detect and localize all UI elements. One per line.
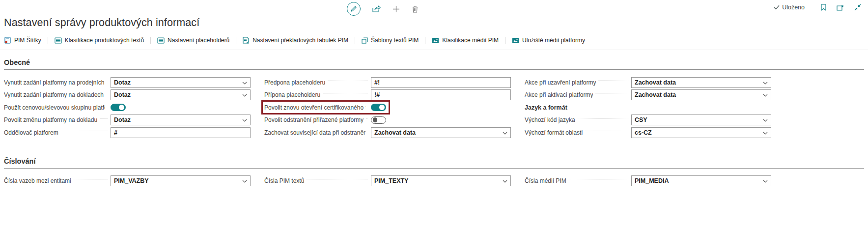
keep-related-data-select[interactable]: Zachovat data — [371, 127, 511, 138]
default-region-format-select[interactable]: cs-CZ — [631, 127, 771, 138]
action-bar: PIM Štítky Klasifikace produktových text… — [4, 35, 868, 46]
chevron-down-icon — [763, 132, 768, 135]
force-platform-transfer-docs-select[interactable]: Dotaz — [111, 89, 251, 100]
field-placeholder-suffix: Přípona placeholderu !# — [264, 89, 511, 102]
field-action-on-platform-close: Akce při uzavření platformy Zachovat dat… — [525, 76, 771, 89]
collapse-arrows-icon — [854, 4, 861, 11]
field-allow-reopen-certified-text: Povolit znovu otevření certifikovaného t… — [264, 101, 511, 114]
action-product-text-classification[interactable]: Klasifikace produktových textů — [48, 37, 150, 44]
page-title: Nastavení správy produktových informací — [0, 17, 868, 29]
collapse-button[interactable] — [854, 4, 861, 11]
field-default-language-code: Výchozí kód jazyka CSY — [525, 114, 771, 127]
field-placeholder-prefix: Předpona placeholderu #! — [264, 76, 511, 89]
toolbar-divider — [0, 50, 868, 50]
default-language-code-select[interactable]: CSY — [631, 114, 771, 125]
placeholder-suffix-input[interactable]: !# — [371, 89, 511, 100]
general-column-1: Vynutit zadání platformy na prodejních d… — [4, 76, 251, 139]
chevron-down-icon — [763, 119, 768, 122]
list-icon — [157, 37, 165, 44]
save-status: Uloženo — [774, 4, 805, 11]
general-column-2: Předpona placeholderu #! Přípona placeho… — [264, 76, 511, 139]
field-allow-remove-assigned-platform: Povolit odstranění přiřazené platformy — [264, 114, 511, 127]
check-icon — [774, 5, 780, 10]
action-pim-media-classification[interactable]: Klasifikace médií PIM — [425, 37, 505, 44]
chevron-down-icon — [503, 180, 507, 183]
field-keep-related-data: Zachovat související data při odstranění… — [264, 126, 511, 139]
general-column-3: Akce při uzavření platformy Zachovat dat… — [525, 76, 771, 139]
field-action-on-platform-activation: Akce při aktivaci platformy Zachovat dat… — [525, 89, 771, 102]
numbering-column-3: Čísla médií PIM PIM_MEDIA — [525, 175, 771, 188]
plus-icon — [392, 5, 400, 13]
field-force-platform-transfer-docs: Vynutit zadání platformy na dokladech tr… — [4, 89, 251, 102]
chevron-down-icon — [763, 94, 768, 97]
section-general-title[interactable]: Obecné — [4, 58, 864, 70]
chevron-down-icon — [242, 82, 247, 85]
translation-table-icon — [243, 37, 250, 44]
bookmark-button[interactable] — [821, 4, 826, 11]
edit-button[interactable] — [347, 2, 361, 16]
delete-button[interactable] — [412, 5, 419, 13]
force-platform-sales-docs-select[interactable]: Dotaz — [111, 77, 251, 88]
popout-window-icon — [837, 4, 844, 11]
open-in-new-window-button[interactable] — [837, 4, 844, 11]
field-pim-text-nos: Čísla PIM textů PIM_TEXTY — [264, 175, 511, 188]
allow-reopen-certified-text-toggle[interactable] — [371, 104, 386, 111]
use-platform-price-group-toggle[interactable] — [111, 104, 126, 111]
trash-icon — [412, 5, 419, 13]
platform-separator-input[interactable]: # — [111, 127, 251, 138]
section-numbering-title[interactable]: Číslování — [4, 157, 864, 169]
save-status-label: Uloženo — [782, 4, 805, 11]
action-pim-text-templates[interactable]: Šablony textů PIM — [355, 37, 425, 44]
field-force-platform-sales-docs: Vynutit zadání platformy na prodejních d… — [4, 76, 251, 89]
action-pim-labels[interactable]: PIM Štítky — [4, 37, 48, 44]
field-platform-separator: Oddělovač platforem # — [4, 126, 251, 139]
template-icon — [362, 37, 368, 44]
pencil-icon — [350, 5, 357, 12]
action-placeholder-setup[interactable]: Nastavení placeholderů — [151, 37, 236, 44]
section-numbering: Číslování Čísla vazeb mezi entitami PIM_… — [4, 157, 864, 188]
chevron-down-icon — [503, 132, 507, 135]
allow-platform-change-select[interactable]: Dotaz — [111, 114, 251, 125]
allow-remove-assigned-platform-toggle[interactable] — [371, 116, 386, 124]
action-on-platform-activation-select[interactable]: Zachovat data — [631, 89, 771, 100]
bookmark-icon — [821, 4, 826, 11]
tag-report-icon — [4, 37, 11, 44]
numbering-column-1: Čísla vazeb mezi entitami PIM_VAZBY — [4, 175, 251, 188]
language-format-subheading: Jazyk a formát — [525, 101, 771, 114]
action-pim-translation-tables[interactable]: Nastavení překladových tabulek PIM — [236, 37, 355, 44]
field-allow-platform-change: Povolit změnu platformy na dokladu Dotaz — [4, 114, 251, 127]
numbering-column-2: Čísla PIM textů PIM_TEXTY — [264, 175, 511, 188]
chevron-down-icon — [763, 82, 768, 85]
share-button[interactable] — [372, 5, 381, 13]
top-toolbar: Uloženo — [0, 0, 868, 18]
action-on-platform-close-select[interactable]: Zachovat data — [631, 77, 771, 88]
chevron-down-icon — [242, 119, 247, 122]
action-platform-media-storage[interactable]: Uložiště médií platformy — [505, 37, 591, 44]
field-use-platform-price-group: Použít cenovou/slevovou skupinu platform… — [4, 101, 251, 114]
chevron-down-icon — [763, 180, 768, 183]
chevron-down-icon — [242, 94, 247, 97]
pim-text-nos-select[interactable]: PIM_TEXTY — [371, 175, 511, 186]
list-icon — [55, 37, 62, 44]
section-general: Obecné Vynutit zadání platformy na prode… — [4, 58, 864, 139]
placeholder-prefix-input[interactable]: #! — [371, 77, 511, 88]
share-icon — [372, 5, 381, 13]
image-icon — [512, 37, 519, 44]
pim-media-nos-select[interactable]: PIM_MEDIA — [631, 175, 771, 186]
field-default-region-format: Výchozí formát oblasti cs-CZ — [525, 126, 771, 139]
entity-relation-nos-select[interactable]: PIM_VAZBY — [111, 175, 251, 186]
field-entity-relation-nos: Čísla vazeb mezi entitami PIM_VAZBY — [4, 175, 251, 188]
chevron-down-icon — [242, 180, 247, 183]
field-pim-media-nos: Čísla médií PIM PIM_MEDIA — [525, 175, 771, 188]
new-button[interactable] — [392, 5, 400, 13]
image-icon — [432, 37, 439, 44]
